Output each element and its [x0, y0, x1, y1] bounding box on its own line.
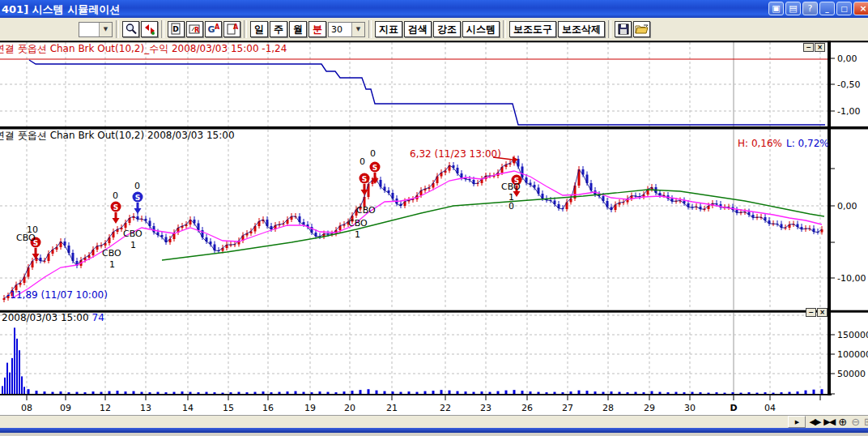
volume-panel-controls: − ×: [806, 308, 828, 317]
svg-text:29: 29: [644, 403, 655, 413]
svg-text:S: S: [362, 175, 367, 183]
svg-text:0: 0: [134, 181, 140, 191]
svg-text:-0,50: -0,50: [837, 79, 860, 90]
svg-text:04: 04: [764, 403, 776, 413]
svg-text:28: 28: [602, 403, 614, 413]
svg-text:12: 12: [100, 403, 111, 413]
zoom-out-icon[interactable]: ⊖: [851, 416, 860, 428]
svg-text:09: 09: [60, 403, 71, 413]
profit-panel-controls: − ×: [803, 43, 825, 52]
svg-text:26: 26: [521, 403, 533, 413]
svg-text:0: 0: [113, 190, 118, 201]
app-window: 401] 시스템 시뮬레이션 ▣ ▤ ? _ □ × ▼ D R: [0, 0, 868, 436]
profit-step-line: [0, 59, 828, 125]
svg-text:15: 15: [223, 403, 234, 413]
svg-text:CBO: CBO: [348, 218, 368, 229]
volume-bars: [2, 327, 823, 394]
volume-panel-date: 2008/03/03 15:00: [2, 312, 89, 323]
svg-text:13: 13: [140, 403, 151, 413]
svg-text:0,00: 0,00: [837, 201, 857, 212]
bottom-strip: ▶ ◀▶ ▶◀ ⊕ ⊖ ⊞: [0, 415, 868, 428]
svg-text:S: S: [135, 194, 140, 202]
svg-text:100000: 100000: [837, 349, 868, 360]
svg-text:20: 20: [344, 403, 355, 413]
chart-canvas[interactable]: SSSSSS10CBO00CBO1CBO100CBOCBO1CBO100,00-…: [0, 0, 868, 436]
svg-text:0: 0: [508, 201, 514, 212]
svg-text:23: 23: [480, 403, 491, 413]
svg-text:CBO: CBO: [123, 229, 143, 239]
svg-text:S: S: [372, 164, 377, 172]
y-axis-labels: 0,00-0,50-1,000,00-10,001500001000005000…: [831, 53, 868, 394]
window-bottom-border: [0, 428, 868, 433]
zoom-in-icon[interactable]: ⊕: [838, 416, 847, 428]
collapse-range-icon[interactable]: ▶◀: [823, 417, 834, 427]
svg-text:08: 08: [21, 403, 32, 413]
scroll-right-icon: ▶: [795, 419, 799, 425]
svg-text:CBO: CBO: [356, 205, 376, 216]
low-percent-label: L: 0,72%: [786, 138, 829, 149]
panel-minimize-button[interactable]: −: [803, 43, 814, 52]
panel-close-button[interactable]: ×: [817, 308, 828, 317]
panel-minimize-button[interactable]: −: [806, 308, 816, 317]
low-point-annotation: -11,89 (11/07 10:00): [6, 289, 108, 301]
grid-toggle-icon[interactable]: ⊞: [864, 416, 868, 428]
svg-text:150000: 150000: [837, 330, 868, 340]
volume-panel-value: 74: [92, 312, 104, 323]
svg-text:16: 16: [262, 403, 274, 413]
gridlines: [0, 42, 828, 394]
peak-point-annotation: 6,32 (11/23 13:00): [410, 148, 501, 160]
svg-text:CBO: CBO: [16, 233, 36, 243]
svg-text:1: 1: [109, 259, 115, 270]
svg-text:27: 27: [562, 403, 573, 413]
svg-text:14: 14: [182, 403, 194, 413]
svg-text:D: D: [730, 403, 737, 413]
volume-panel-header: 2008/03/03 15:0074: [2, 312, 104, 323]
x-axis-labels: 0809121314151619202122232627282930D04: [21, 395, 820, 413]
svg-text:50000: 50000: [837, 369, 866, 379]
svg-text:-10,00: -10,00: [837, 273, 866, 284]
main-panel-header: 연결 풋옵션 Chan Brk Out(10,2) 2008/03/03 15:…: [0, 129, 235, 143]
svg-text:1: 1: [355, 229, 360, 240]
profit-panel-header: 연결 풋옵션 Chan Brk Out(10,2)_수익 2008/03/03 …: [0, 42, 287, 56]
svg-text:21: 21: [386, 403, 398, 413]
expand-range-icon[interactable]: ◀▶: [809, 417, 819, 427]
svg-text:0: 0: [360, 156, 365, 167]
svg-text:1: 1: [130, 240, 136, 250]
svg-text:CBO: CBO: [501, 182, 521, 192]
svg-text:19: 19: [304, 403, 316, 413]
svg-text:CBO: CBO: [102, 248, 121, 259]
svg-text:0: 0: [370, 148, 376, 159]
svg-text:30: 30: [684, 403, 696, 413]
scroll-right-button[interactable]: ▶: [788, 416, 806, 428]
svg-text:22: 22: [440, 403, 451, 413]
panel-close-button[interactable]: ×: [815, 43, 825, 52]
high-percent-label: H: 0,16%: [738, 138, 782, 149]
svg-text:0,00: 0,00: [837, 53, 857, 64]
svg-text:-1,00: -1,00: [837, 106, 860, 117]
svg-text:S: S: [113, 203, 118, 212]
